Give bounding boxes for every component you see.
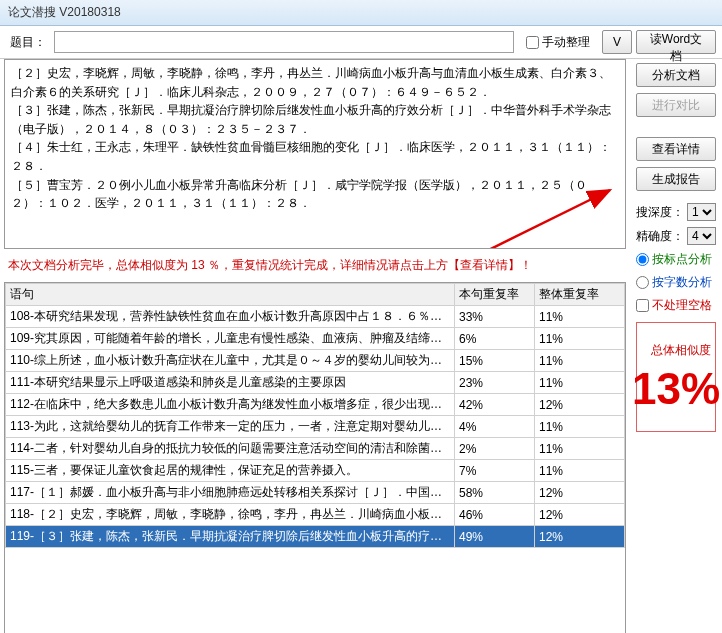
col-local-rate[interactable]: 本句重复率 [455,284,535,306]
by-punct-radio[interactable]: 按标点分析 [636,251,716,268]
analysis-message: 本次文档分析完毕，总体相似度为 13 ％，重复情况统计完成，详细情况请点击上方【… [4,249,626,282]
table-row[interactable]: 108-本研究结果发现，营养性缺铁性贫血在血小板计数升高原因中占１８．６％，另外… [6,306,625,328]
window-title: 论文潜搜 V20180318 [8,4,121,21]
compare-button: 进行对比 [636,93,716,117]
report-button[interactable]: 生成报告 [636,167,716,191]
no-space-check[interactable]: 不处理空格 [636,297,716,314]
analyze-button[interactable]: 分析文档 [636,63,716,87]
references-text: ［２］史宏，李晓辉，周敏，李晓静，徐鸣，李丹，冉丛兰．川崎病血小板升高与血清血小… [11,66,611,210]
window-titlebar: 论文潜搜 V20180318 [0,0,722,26]
subject-input[interactable] [54,31,514,53]
table-row[interactable]: 114-二者，针对婴幼儿自身的抵抗力较低的问题需要注意活动空间的清洁和除菌，防止… [6,438,625,460]
precision-label: 精确度： [636,228,684,245]
depth-label: 搜深度： [636,204,684,221]
subject-label: 题目： [6,34,50,51]
table-row[interactable]: 115-三者，要保证儿童饮食起居的规律性，保证充足的营养摄入。7%11% [6,460,625,482]
col-sentence[interactable]: 语句 [6,284,455,306]
manual-sort-label: 手动整理 [542,34,590,51]
by-chars-radio[interactable]: 按字数分析 [636,274,716,291]
table-row[interactable]: 109-究其原因，可能随着年龄的增长，儿童患有慢性感染、血液病、肿瘤及结缔组织疾… [6,328,625,350]
depth-param: 搜深度： 1 [636,203,716,221]
table-row[interactable]: 110-综上所述，血小板计数升高症状在儿童中，尤其是０～４岁的婴幼儿间较为常见，… [6,350,625,372]
col-global-rate[interactable]: 整体重复率 [535,284,625,306]
read-word-button[interactable]: 读Word文档 [636,30,716,54]
table-row[interactable]: 119-［３］张建，陈杰，张新民．早期抗凝治疗脾切除后继发性血小板升高的疗效分析… [6,526,625,548]
table-row[interactable]: 111-本研究结果显示上呼吸道感染和肺炎是儿童感染的主要原因23%11% [6,372,625,394]
precision-param: 精确度： 4 [636,227,716,245]
details-button[interactable]: 查看详情 [636,137,716,161]
similarity-box: 总体相似度 13% [636,322,716,432]
table-row[interactable]: 112-在临床中，绝大多数患儿血小板计数升高为继发性血小板增多症，很少出现症状，… [6,394,625,416]
top-toolbar: 题目： 手动整理 V 读Word文档 [0,26,722,59]
sidebar: 分析文档 进行对比 查看详情 生成报告 搜深度： 1 精确度： 4 按标点分析 … [630,59,722,633]
manual-sort-checkbox[interactable]: 手动整理 [522,34,594,51]
table-row[interactable]: 117-［１］郝媛．血小板升高与非小细胞肺癌远处转移相关系探讨［Ｊ］．中国医学创… [6,482,625,504]
table-row[interactable]: 113-为此，这就给婴幼儿的抚育工作带来一定的压力，一者，注意定期对婴幼儿进行常… [6,416,625,438]
references-textarea[interactable]: ［２］史宏，李晓辉，周敏，李晓静，徐鸣，李丹，冉丛兰．川崎病血小板升高与血清血小… [4,59,626,249]
precision-select[interactable]: 4 [687,227,716,245]
manual-sort-check[interactable] [526,36,539,49]
v-button[interactable]: V [602,30,632,54]
similarity-label: 总体相似度 [651,342,711,359]
depth-select[interactable]: 1 [687,203,716,221]
results-table[interactable]: 语句 本句重复率 整体重复率 108-本研究结果发现，营养性缺铁性贫血在血小板计… [4,282,626,633]
similarity-value: 13% [632,367,720,411]
table-row[interactable]: 118-［２］史宏，李晓辉，周敏，李晓静，徐鸣，李丹，冉丛兰．川崎病血小板升高与… [6,504,625,526]
